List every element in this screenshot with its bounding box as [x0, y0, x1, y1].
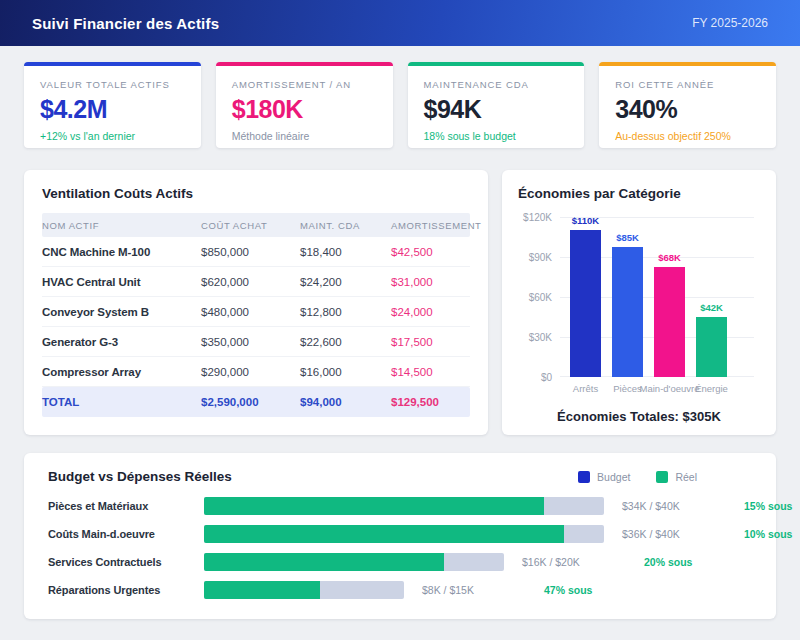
table-cell-purchase: $850,000 [201, 246, 300, 258]
asset-cost-panel: Ventilation Coûts Actifs NOM ACTIFCOÛT A… [24, 170, 488, 435]
bar-slot: $110K [570, 230, 601, 377]
kpi-card: AMORTISSEMENT / AN$180KMéthode linéaire [216, 62, 393, 148]
mid-row: Ventilation Coûts Actifs NOM ACTIFCOÛT A… [24, 170, 776, 435]
table-row: CNC Machine M-100$850,000$18,400$42,500 [42, 237, 470, 267]
table-cell-maint: $24,200 [300, 276, 391, 288]
savings-chart-title: Économies par Catégorie [518, 186, 760, 201]
x-tick-text: Main-d'oeuvre [640, 383, 700, 394]
legend-label: Réel [675, 471, 697, 483]
table-cell-name: Compressor Array [42, 366, 201, 378]
asset-table: NOM ACTIFCOÛT ACHATMAINT. CDAAMORTISSEME… [42, 213, 470, 417]
bar-slot: $42K [696, 317, 727, 377]
table-cell-amort: $24,000 [391, 306, 470, 318]
budget-percent: 10% sous [744, 528, 792, 540]
x-tick-text: Énergie [695, 383, 728, 394]
table-row: HVAC Central Unit$620,000$24,200$31,000 [42, 267, 470, 297]
budget-row: Services Contractuels$16K / $20K20% sous [48, 548, 752, 576]
budget-row: Pièces et Matériaux$34K / $40K15% sous [48, 492, 752, 520]
table-cell-amort: $42,500 [391, 246, 470, 258]
table-total-cell-name: TOTAL [42, 396, 201, 408]
bar-4 [696, 317, 727, 377]
budget-value: $36K / $40K [622, 528, 708, 540]
table-cell-maint: $16,000 [300, 366, 391, 378]
kpi-value: $180K [232, 95, 377, 124]
bar-1 [570, 230, 601, 377]
y-axis: $120K$90K$60K$30K$0 [518, 217, 560, 377]
kpi-value: 340% [615, 95, 760, 124]
kpi-value: $4.2M [40, 95, 185, 124]
bar-2 [612, 247, 643, 377]
y-tick-label: $30K [529, 332, 552, 343]
budget-row-label: Services Contractuels [48, 556, 204, 568]
table-cell-amort: $17,500 [391, 336, 470, 348]
x-axis-labels: ArrêtsPiècesMain-d'oeuvreÉnergie [570, 383, 760, 394]
table-total-cell-amort: $129,500 [391, 396, 470, 408]
x-axis: ArrêtsPiècesMain-d'oeuvreÉnergie [518, 383, 760, 394]
kpi-card: ROI CETTE ANNÉE340%Au-dessus objectif 25… [599, 62, 776, 148]
table-cell-purchase: $480,000 [201, 306, 300, 318]
kpi-label: VALEUR TOTALE ACTIFS [40, 79, 185, 90]
bar-value-label: $42K [700, 302, 723, 317]
y-tick-label: $0 [541, 372, 552, 383]
table-cell-maint: $22,600 [300, 336, 391, 348]
table-row: Conveyor System B$480,000$12,800$24,000 [42, 297, 470, 327]
asset-table-title: Ventilation Coûts Actifs [42, 186, 470, 201]
table-row: Compressor Array$290,000$16,000$14,500 [42, 357, 470, 387]
budget-track [204, 553, 504, 571]
fiscal-year-label: FY 2025-2026 [692, 16, 768, 30]
bar-slot: $68K [654, 267, 685, 377]
page-title: Suivi Financier des Actifs [32, 15, 219, 32]
table-header-cell: AMORTISSEMENT [391, 220, 482, 231]
savings-chart-panel: Économies par Catégorie $120K$90K$60K$30… [502, 170, 776, 435]
table-total-cell-purchase: $2,590,000 [201, 396, 300, 408]
y-tick-label: $120K [523, 212, 552, 223]
budget-row: Coûts Main-d.oeuvre$36K / $40K10% sous [48, 520, 752, 548]
budget-value: $8K / $15K [422, 584, 508, 596]
table-header-row: NOM ACTIFCOÛT ACHATMAINT. CDAAMORTISSEME… [42, 213, 470, 237]
bar-slot: $85K [612, 247, 643, 377]
table-cell-purchase: $350,000 [201, 336, 300, 348]
kpi-note: Méthode linéaire [232, 130, 377, 142]
app-header: Suivi Financier des Actifs FY 2025-2026 [0, 0, 800, 46]
budget-track [204, 525, 604, 543]
x-tick-text: Pièces [613, 383, 642, 394]
table-total-cell-maint: $94,000 [300, 396, 391, 408]
y-tick-label: $90K [529, 252, 552, 263]
table-header-cell: NOM ACTIF [42, 220, 201, 231]
x-tick-label: Pièces [612, 383, 643, 394]
kpi-label: ROI CETTE ANNÉE [615, 79, 760, 90]
budget-row-label: Réparations Urgentes [48, 584, 204, 596]
x-tick-label: Arrêts [570, 383, 601, 394]
budget-legend: BudgetRéel [552, 471, 697, 483]
kpi-value: $94K [424, 95, 569, 124]
legend-item: Réel [656, 471, 697, 483]
budget-fill [204, 525, 564, 543]
x-tick-label: Main-d'oeuvre [654, 383, 685, 394]
x-tick-text: Arrêts [573, 383, 598, 394]
table-total-row: TOTAL$2,590,000$94,000$129,500 [42, 387, 470, 417]
budget-value: $16K / $20K [522, 556, 608, 568]
table-cell-maint: $18,400 [300, 246, 391, 258]
legend-item: Budget [578, 471, 630, 483]
budget-rows: Pièces et Matériaux$34K / $40K15% sousCo… [48, 492, 752, 604]
table-cell-purchase: $290,000 [201, 366, 300, 378]
table-header-cell: COÛT ACHAT [201, 220, 300, 231]
bar-value-label: $110K [572, 215, 599, 230]
kpi-row: VALEUR TOTALE ACTIFS$4.2M+12% vs l'an de… [24, 62, 776, 148]
bar-3 [654, 267, 685, 377]
budget-row-label: Coûts Main-d.oeuvre [48, 528, 204, 540]
budget-title: Budget vs Dépenses Réelles [48, 469, 232, 484]
table-row: Generator G-3$350,000$22,600$17,500 [42, 327, 470, 357]
legend-swatch [578, 471, 590, 483]
budget-panel-header: Budget vs Dépenses Réelles BudgetRéel [48, 469, 752, 484]
table-cell-maint: $12,800 [300, 306, 391, 318]
table-cell-name: Conveyor System B [42, 306, 201, 318]
table-cell-amort: $31,000 [391, 276, 470, 288]
kpi-card: MAINTENANCE CDA$94K18% sous le budget [408, 62, 585, 148]
budget-percent: 20% sous [644, 556, 692, 568]
dashboard-content: VALEUR TOTALE ACTIFS$4.2M+12% vs l'an de… [0, 46, 800, 619]
budget-percent: 15% sous [744, 500, 792, 512]
bar-group: $110K$85K$68K$42K [570, 230, 727, 377]
kpi-card: VALEUR TOTALE ACTIFS$4.2M+12% vs l'an de… [24, 62, 201, 148]
table-cell-name: HVAC Central Unit [42, 276, 201, 288]
